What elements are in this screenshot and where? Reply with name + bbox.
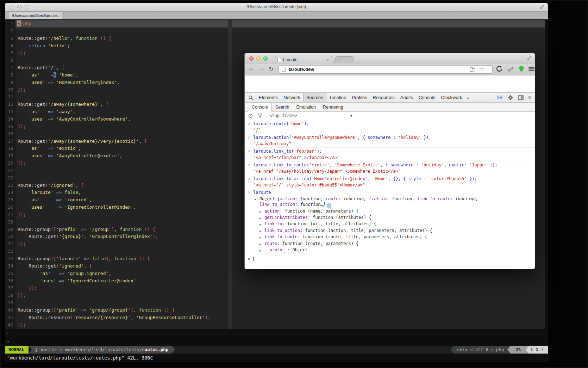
expand-triangle-icon[interactable]: ▶ <box>259 215 261 221</box>
expand-icon[interactable] <box>527 56 532 60</box>
editor-line[interactable]: 34 Route::get('ignored', [ <box>5 263 228 270</box>
close-icon[interactable] <box>249 56 254 61</box>
editor-lines[interactable]: 1<?php23Route::get('/hello', function ()… <box>5 20 228 329</box>
editor-line[interactable]: 13 'as' => 'away', <box>5 108 228 116</box>
expand-triangle-icon[interactable]: ▶ <box>259 209 261 215</box>
drawer-tab-emulation[interactable]: Emulation <box>293 103 319 111</box>
zoom-icon[interactable] <box>263 56 268 61</box>
key-icon[interactable] <box>507 65 515 73</box>
editor-line[interactable]: 25 'as' => 'ignored', <box>5 196 228 204</box>
clockwork-extension-icon[interactable] <box>495 65 503 73</box>
tab-overflow-chevron[interactable]: » <box>465 95 472 100</box>
editor-line[interactable]: 29Route::group(['prefix' => '/group'], f… <box>5 226 228 233</box>
new-tab-button[interactable] <box>333 56 355 63</box>
editor-line[interactable]: 36 'uses' => 'IgnoredController@index' <box>5 277 228 285</box>
console-log[interactable]: >laroute.route('home');"/">laroute.actio… <box>245 120 535 269</box>
expand-triangle-icon[interactable]: ▶ <box>259 241 261 247</box>
editor-line[interactable]: 3Route::get('/hello', function () { <box>5 35 228 42</box>
devtools-tab-resources[interactable]: Resources <box>370 93 398 102</box>
chevron-down-icon[interactable]: ▼ <box>350 114 353 118</box>
devtools-tab-profiles[interactable]: Profiles <box>349 93 370 102</box>
editor-line[interactable]: 6 <box>5 57 228 64</box>
editor-line[interactable]: 23Route::get('/ignored', [ <box>5 182 228 189</box>
bookmark-star-icon[interactable]: ☆ <box>480 66 484 72</box>
editor-line[interactable]: 37 ]); <box>5 284 228 292</box>
editor-line[interactable]: 15]); <box>5 123 228 130</box>
drawer-tab-search[interactable]: Search <box>272 103 293 111</box>
editor-line[interactable]: 32 <box>5 248 228 255</box>
green-pin-icon[interactable] <box>518 65 525 73</box>
clear-console-icon[interactable] <box>248 114 253 118</box>
minimize-icon[interactable] <box>256 56 261 61</box>
editor-line[interactable]: 7Route::get('/', [ <box>5 64 228 72</box>
address-bar[interactable]: laroute.dev/ ☆ <box>279 65 493 74</box>
expand-triangle-icon[interactable]: ▶ <box>259 222 261 227</box>
editor-line[interactable]: 4 return 'hello'; <box>5 42 228 50</box>
devtools-tab-elements[interactable]: Elements <box>256 93 281 102</box>
editor-line[interactable]: 28 <box>5 219 228 226</box>
editor-line[interactable]: 12Route::get('/away/{somewhere}', [ <box>5 101 228 108</box>
expand-triangle-icon[interactable]: ▶ <box>259 228 261 234</box>
devtools-tab-console[interactable]: Console <box>416 93 438 102</box>
editor-line[interactable]: 26 'uses' => 'IgnoredController@index', <box>5 204 228 211</box>
devtools-tab-clockwork[interactable]: Clockwork <box>438 93 465 102</box>
menu-icon[interactable] <box>528 67 534 72</box>
devtools-tab-timeline[interactable]: Timeline <box>326 93 349 102</box>
devtools-tab-sources[interactable]: Sources <box>303 93 326 102</box>
editor-line[interactable]: 38}); <box>5 292 228 299</box>
expand-triangle-icon[interactable]: ▼ <box>254 197 256 203</box>
expand-triangle-icon[interactable]: ▶ <box>259 248 261 253</box>
tab-close-icon[interactable]: × <box>325 57 330 63</box>
editor-line[interactable]: 22 <box>5 174 228 182</box>
editor-line[interactable]: 42}); <box>5 321 228 329</box>
editor-line[interactable]: 21 <box>5 167 228 174</box>
editor-line[interactable]: 33Route::group(['laroute' => false], fun… <box>5 255 228 263</box>
editor-line[interactable]: 17Route::get('/away/{somewhere}/very/{ex… <box>5 138 228 145</box>
editor-line[interactable]: 11 <box>5 93 228 101</box>
editor-line[interactable]: 10]); <box>5 86 228 94</box>
editor-line[interactable]: 35 'as' => 'group.ignored', <box>5 270 228 277</box>
editor-line[interactable]: 20]); <box>5 160 228 167</box>
editor-line[interactable]: 1<?php <box>5 20 228 27</box>
browser-tab[interactable]: Laroute × <box>275 56 332 64</box>
editor-line[interactable]: 31}); <box>5 240 228 248</box>
expand-icon[interactable] <box>540 5 544 9</box>
console-prompt[interactable]: > <box>245 255 535 263</box>
vim-vertical-split-divider[interactable] <box>228 20 232 329</box>
info-icon[interactable]: i <box>327 203 331 208</box>
editor-line[interactable]: 24 'laroute' => false, <box>5 189 228 196</box>
expand-triangle-icon[interactable]: ▶ <box>259 235 261 240</box>
editor-line[interactable]: 19 'uses' => 'AwayController@exotic', <box>5 152 228 160</box>
gear-icon[interactable] <box>508 95 513 100</box>
filter-icon[interactable] <box>257 114 262 118</box>
editor-line[interactable]: 30 Route::get('{group}', 'GroupControlle… <box>5 233 228 240</box>
frame-selector[interactable]: <top frame> <box>269 113 297 118</box>
editor-line[interactable]: 14 'uses' => 'AwayController@somewhere', <box>5 116 228 123</box>
devtools-tab-network[interactable]: Network <box>281 93 303 102</box>
editor-line[interactable]: 16 <box>5 130 228 138</box>
search-icon[interactable] <box>248 95 253 100</box>
terminal-titlebar[interactable]: /Users/aaron/Sites/laroute (vim) <box>5 3 548 12</box>
editor-line[interactable]: 40Route::group(['prefix' => 'group/{grou… <box>5 307 228 314</box>
reload-button[interactable]: ↻ <box>267 66 276 72</box>
editor-line[interactable]: 27]); <box>5 211 228 219</box>
drawer-tab-console[interactable]: Console <box>248 103 272 112</box>
url-text[interactable]: laroute.dev/ <box>289 67 314 72</box>
back-button[interactable]: ← <box>247 65 256 72</box>
editor-line[interactable]: 41 Route::resource('resource/{resource}'… <box>5 314 228 321</box>
editor-line[interactable]: 9 'uses' => 'HomeController@index', <box>5 79 228 86</box>
dock-side-icon[interactable] <box>518 95 524 100</box>
devtools-tab-audits[interactable]: Audits <box>398 93 416 102</box>
drawer-tab-rendering[interactable]: Rendering <box>319 103 347 111</box>
browser-titlebar[interactable]: Laroute × <box>245 53 535 64</box>
editor-line[interactable]: 8 'as' => 'home', <box>5 72 228 79</box>
editor-line[interactable]: 18 'as' => 'exotic', <box>5 145 228 152</box>
editor-line[interactable]: 2 <box>5 27 228 35</box>
devices-icon[interactable] <box>470 67 475 72</box>
editor-line[interactable]: 39 <box>5 299 228 307</box>
terminal-tab[interactable]: /Users/aaron/Sites/laroute… <box>9 12 62 19</box>
forward-button[interactable]: → <box>257 65 266 72</box>
editor-line[interactable]: 5}); <box>5 49 228 57</box>
close-icon[interactable]: × <box>528 95 531 100</box>
console-drawer-icon[interactable] <box>496 95 503 100</box>
